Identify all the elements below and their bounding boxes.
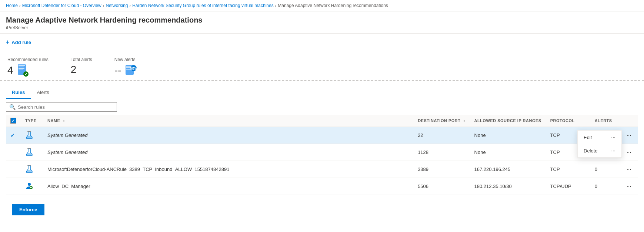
stat-recommended-rules: Recommended rules 4 ✓	[7, 57, 49, 77]
row-port: 3389	[413, 161, 470, 178]
svg-rect-4	[19, 70, 23, 70]
tabs-section: Rules Alerts	[0, 81, 644, 99]
svg-text:✏: ✏	[30, 186, 33, 189]
table-row: ✓ System Generated 22 None TCP 0 ···	[6, 127, 638, 144]
row-type-icon	[21, 161, 43, 178]
col-checkbox: ✓	[6, 115, 21, 127]
add-rule-label: Add rule	[11, 40, 31, 45]
breadcrumb-sep-1: ›	[19, 3, 21, 8]
search-input[interactable]	[18, 104, 114, 110]
col-protocol[interactable]: PROTOCOL	[546, 115, 590, 127]
row-protocol: TCP	[546, 161, 590, 178]
row-actions: ···	[620, 127, 638, 144]
new-alerts-value: --	[114, 64, 121, 76]
breadcrumb-sep-3: ›	[129, 3, 131, 8]
table-section: ✓ TYPE NAME ↕ DESTINATION PORT ↕ ALLOWED…	[0, 115, 644, 195]
row-actions: ···	[620, 144, 638, 161]
page-header: Manage Adaptive Network Hardening recomm…	[0, 11, 644, 34]
tab-alerts[interactable]: Alerts	[31, 87, 55, 99]
row-check	[6, 161, 21, 178]
page-subtitle: iPrefServer	[6, 25, 638, 30]
svg-text:NEW: NEW	[130, 67, 138, 70]
total-alerts-value: 2	[71, 64, 77, 75]
breadcrumb-defender[interactable]: Microsoft Defender for Cloud - Overview	[22, 3, 101, 8]
row-check	[6, 144, 21, 161]
svg-rect-1	[19, 65, 25, 66]
row-more-button[interactable]: ···	[624, 131, 634, 139]
row-alerts: 0	[590, 161, 620, 178]
svg-rect-15	[27, 165, 31, 166]
col-name[interactable]: NAME ↕	[43, 115, 413, 127]
breadcrumb-current: Manage Adaptive Network Hardening recomm…	[278, 3, 388, 8]
row-check	[6, 178, 21, 195]
breadcrumb-harden[interactable]: Harden Network Security Group rules of i…	[132, 3, 274, 8]
row-actions: ···	[620, 178, 638, 195]
edit-more-icon: ···	[611, 134, 615, 140]
col-ip[interactable]: ALLOWED SOURCE IP RANGES	[470, 115, 546, 127]
col-type[interactable]: TYPE	[21, 115, 43, 127]
context-menu: Edit ··· Delete ···	[577, 130, 622, 158]
row-check: ✓	[6, 127, 21, 144]
port-sort-icon: ↕	[463, 119, 466, 123]
total-alerts-label: Total alerts	[71, 57, 92, 62]
footer: Enforce	[0, 195, 644, 224]
rules-icon: ✓	[16, 64, 30, 77]
header-checkbox[interactable]: ✓	[10, 118, 16, 124]
context-menu-delete[interactable]: Delete ···	[578, 144, 621, 157]
row-type-icon	[21, 144, 43, 161]
delete-more-icon: ···	[611, 148, 615, 154]
row-more-button[interactable]: ···	[624, 182, 634, 191]
breadcrumb: Home › Microsoft Defender for Cloud - Ov…	[0, 0, 644, 11]
plus-icon: +	[6, 39, 9, 46]
row-more-button[interactable]: ···	[624, 148, 634, 157]
delete-label: Delete	[584, 148, 598, 154]
row-port: 1128	[413, 144, 470, 161]
svg-rect-13	[27, 131, 31, 132]
row-ip: 167.220.196.245	[470, 161, 546, 178]
col-alerts[interactable]: ALERTS	[590, 115, 620, 127]
tabs: Rules Alerts	[6, 87, 638, 99]
stats-section: Recommended rules 4 ✓ Total alerts 2 N	[0, 51, 644, 81]
search-section: 🔍	[0, 99, 644, 115]
row-name: MicrosoftDefenderforCloud-ANCRule_3389_T…	[43, 161, 413, 178]
svg-rect-3	[19, 68, 24, 69]
svg-rect-2	[19, 67, 24, 67]
row-more-button[interactable]: ···	[624, 165, 634, 174]
row-actions: ···	[620, 161, 638, 178]
table-row: MicrosoftDefenderforCloud-ANCRule_3389_T…	[6, 161, 638, 178]
breadcrumb-networking[interactable]: Networking	[106, 3, 128, 8]
stat-new-alerts: New alerts -- NEW	[114, 57, 138, 77]
stat-total-alerts: Total alerts 2	[71, 57, 92, 77]
enforce-button[interactable]: Enforce	[12, 204, 44, 215]
edit-label: Edit	[584, 135, 592, 140]
col-port[interactable]: DESTINATION PORT ↕	[413, 115, 470, 127]
new-alerts-label: New alerts	[114, 57, 138, 62]
context-menu-edit[interactable]: Edit ···	[578, 131, 621, 144]
breadcrumb-sep-4: ›	[275, 3, 277, 8]
page-title: Manage Adaptive Network Hardening recomm…	[6, 16, 638, 24]
breadcrumb-home[interactable]: Home	[6, 3, 18, 8]
rules-table: ✓ TYPE NAME ↕ DESTINATION PORT ↕ ALLOWED…	[6, 115, 638, 195]
search-icon: 🔍	[9, 104, 16, 110]
recommended-rules-label: Recommended rules	[7, 57, 49, 62]
toolbar: + Add rule	[0, 34, 644, 51]
row-name: System Generated	[43, 144, 413, 161]
row-protocol: TCP/UDP	[546, 178, 590, 195]
table-row: ✏ Allow_DC_Manager 5506 180.212.35.10/30…	[6, 178, 638, 195]
row-port: 5506	[413, 178, 470, 195]
add-rule-button[interactable]: + Add rule	[6, 37, 31, 47]
col-actions	[620, 115, 638, 127]
recommended-rules-value: 4	[7, 64, 13, 76]
row-port: 22	[413, 127, 470, 144]
svg-rect-14	[27, 148, 31, 149]
svg-text:✓: ✓	[24, 72, 27, 76]
name-sort-icon: ↕	[63, 119, 65, 123]
row-name: System Generated	[43, 127, 413, 144]
row-ip: None	[470, 127, 546, 144]
row-type-icon: ✏	[21, 178, 43, 195]
search-box: 🔍	[6, 102, 117, 112]
row-alerts: 0	[590, 178, 620, 195]
tab-rules[interactable]: Rules	[6, 87, 31, 99]
table-header-row: ✓ TYPE NAME ↕ DESTINATION PORT ↕ ALLOWED…	[6, 115, 638, 127]
new-alerts-icon: NEW	[124, 64, 137, 77]
